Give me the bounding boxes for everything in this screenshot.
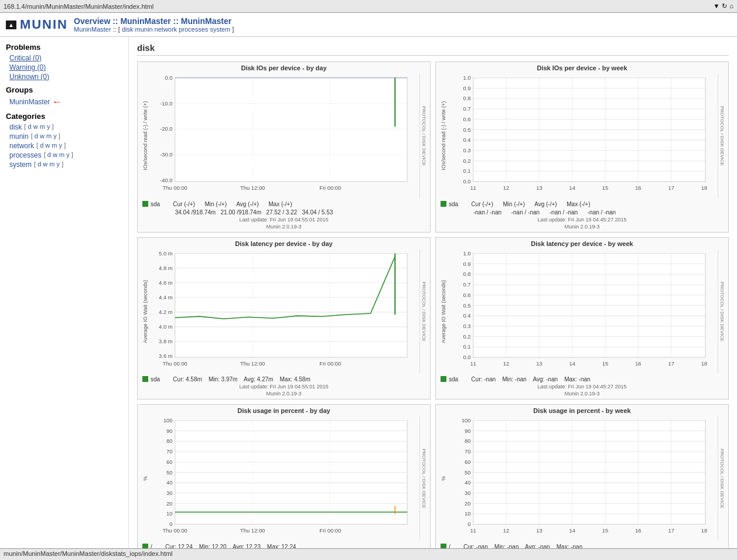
processes-d[interactable]: d <box>47 151 51 158</box>
chart-title-latency-day: Disk latency per device - by day <box>140 240 428 247</box>
browser-dropdown[interactable]: ▼ <box>713 2 719 10</box>
svg-text:Thu 12:00: Thu 12:00 <box>240 528 265 534</box>
svg-text:Thu 12:00: Thu 12:00 <box>240 185 265 191</box>
chart-disk-usage-day[interactable]: Disk usage in percent - by day % <box>137 404 431 560</box>
network-y[interactable]: y <box>59 142 63 149</box>
svg-text:-40.0: -40.0 <box>160 177 172 183</box>
svg-text:0.8: 0.8 <box>463 95 471 101</box>
system-y[interactable]: y <box>57 161 60 168</box>
logo-icon: ▲ <box>6 21 16 29</box>
svg-text:0.2: 0.2 <box>463 333 471 339</box>
chart-disk-latency-day[interactable]: Disk latency per device - by day Average… <box>137 237 431 400</box>
svg-text:Thu 00:00: Thu 00:00 <box>163 185 187 191</box>
cat-disk-link[interactable]: disk <box>9 123 22 131</box>
disk-d[interactable]: d <box>28 123 31 130</box>
system-m[interactable]: m <box>49 161 54 168</box>
svg-text:100: 100 <box>163 418 173 424</box>
network-m[interactable]: m <box>52 142 57 149</box>
status-url: munin/MuninMaster/MuninMaster/diskstats_… <box>4 550 173 557</box>
critical-link[interactable]: Critical (0) <box>9 54 122 62</box>
svg-text:-10.0: -10.0 <box>160 101 172 107</box>
unknown-link[interactable]: Unknown (0) <box>9 73 122 81</box>
site-logo: ▲ MUNIN <box>6 17 68 32</box>
svg-text:Fri 00:00: Fri 00:00 <box>319 528 341 534</box>
chart-svg-usage-day: 100 90 80 70 60 50 40 30 20 10 0 Thu 00:… <box>151 416 419 541</box>
chart-disk-ios-week[interactable]: Disk IOs per device - by week IOs/second… <box>435 62 729 233</box>
chart-title-usage-day: Disk usage in percent - by day <box>140 407 428 414</box>
munin-y[interactable]: y <box>53 132 57 139</box>
chart-disk-usage-week[interactable]: Disk usage in percent - by week % <box>435 404 729 560</box>
warning-link[interactable]: Warning (0) <box>9 63 122 71</box>
cat-system-links: [ d w m y ] <box>34 161 63 169</box>
chart-row-3: Disk usage in percent - by day % <box>137 404 729 560</box>
status-bar: munin/MuninMaster/MuninMaster/diskstats_… <box>0 548 737 560</box>
cat-processes-links: [ d w m y ] <box>44 151 73 159</box>
svg-text:20: 20 <box>166 501 172 507</box>
munin-d[interactable]: d <box>35 132 38 139</box>
svg-text:0.2: 0.2 <box>463 158 471 164</box>
legend-ios-week: sda Cur (-/+) Min (-/+) Avg (-/+) Max (-… <box>438 200 726 230</box>
breadcrumb-system[interactable]: system <box>210 26 230 33</box>
chart-inner-latency-day: 5.0 m 4.8 m 4.6 m 4.4 m 4.2 m 4.0 m 3.8 … <box>151 250 419 374</box>
title-muninmaster2[interactable]: MuninMaster <box>181 16 231 26</box>
network-w[interactable]: w <box>45 142 50 149</box>
munin-w[interactable]: w <box>40 132 45 139</box>
svg-text:0.0: 0.0 <box>463 354 471 360</box>
svg-text:0.8: 0.8 <box>463 271 471 277</box>
svg-text:50: 50 <box>465 470 470 476</box>
svg-text:14: 14 <box>569 185 575 191</box>
svg-text:40: 40 <box>166 480 172 486</box>
legend-text-latency-week: sda Cur: -nan Min: -nan Avg: -nan Max: -… <box>449 375 591 384</box>
system-d[interactable]: d <box>37 161 41 168</box>
chart-disk-latency-week[interactable]: Disk latency per device - by week Averag… <box>435 237 729 400</box>
svg-text:14: 14 <box>569 528 575 534</box>
disk-m[interactable]: m <box>40 123 45 130</box>
chart-row-1: Disk IOs per device - by day IOs/second … <box>137 62 729 233</box>
cat-network-link[interactable]: network <box>9 142 34 150</box>
processes-w[interactable]: w <box>53 151 57 158</box>
processes-y[interactable]: y <box>66 151 70 158</box>
chart-disk-ios-day[interactable]: Disk IOs per device - by day IOs/second … <box>137 62 431 233</box>
cat-network: network [ d w m y ] <box>9 142 122 150</box>
svg-text:90: 90 <box>465 428 470 434</box>
svg-text:Fri 00:00: Fri 00:00 <box>319 360 341 366</box>
svg-text:17: 17 <box>668 360 674 366</box>
cat-processes-link[interactable]: processes <box>9 151 42 159</box>
ylabel-ios-week: IOs/second read (-) / write (+) <box>438 74 449 198</box>
page-main-title: Overview :: MuninMaster :: MuninMaster <box>74 16 234 26</box>
disk-w[interactable]: w <box>33 123 38 130</box>
svg-text:0.9: 0.9 <box>463 86 471 91</box>
breadcrumb-network[interactable]: network <box>155 26 178 33</box>
munin-m[interactable]: m <box>46 132 52 139</box>
disk-y[interactable]: y <box>47 123 50 130</box>
svg-text:13: 13 <box>536 185 542 191</box>
breadcrumb-disk[interactable]: disk <box>122 26 134 33</box>
browser-reload[interactable]: ↻ <box>722 2 727 10</box>
svg-text:60: 60 <box>465 459 470 465</box>
browser-controls[interactable]: ▼ ↻ ⌂ <box>713 2 733 10</box>
legend-text-ios-day: sda Cur (-/+) Min (-/+) Avg (-/+) Max (-… <box>151 200 333 217</box>
breadcrumb-muninmaster[interactable]: MuninMaster <box>74 26 111 33</box>
chart-title-ios-day: Disk IOs per device - by day <box>140 64 428 71</box>
svg-text:0.7: 0.7 <box>463 106 471 112</box>
cat-munin-link[interactable]: munin <box>9 132 29 141</box>
svg-text:15: 15 <box>602 185 608 191</box>
title-muninmaster1[interactable]: MuninMaster <box>120 16 170 26</box>
sidebar: Problems Critical (0) Warning (0) Unknow… <box>0 37 129 560</box>
chart-wrapper-usage-week: % <box>438 416 726 541</box>
svg-text:Thu 00:00: Thu 00:00 <box>163 360 187 366</box>
svg-text:16: 16 <box>635 185 641 191</box>
munin-ver-latency-week: Munin 2.0.19-3 <box>441 391 724 397</box>
svg-text:-20.0: -20.0 <box>160 126 172 132</box>
browser-home[interactable]: ⌂ <box>729 2 733 10</box>
breadcrumb-munin[interactable]: munin <box>135 26 153 33</box>
processes-m[interactable]: m <box>59 151 64 158</box>
header-title-block: Overview :: MuninMaster :: MuninMaster M… <box>74 16 234 33</box>
breadcrumb-processes[interactable]: processes <box>179 26 208 33</box>
svg-text:17: 17 <box>668 185 674 191</box>
muninmaster-link[interactable]: MuninMaster <box>9 98 50 106</box>
system-w[interactable]: w <box>43 161 47 168</box>
page-sub-title: MuninMaster :: [ disk munin network proc… <box>74 26 234 33</box>
network-d[interactable]: d <box>40 142 43 149</box>
cat-system-link[interactable]: system <box>9 161 32 169</box>
